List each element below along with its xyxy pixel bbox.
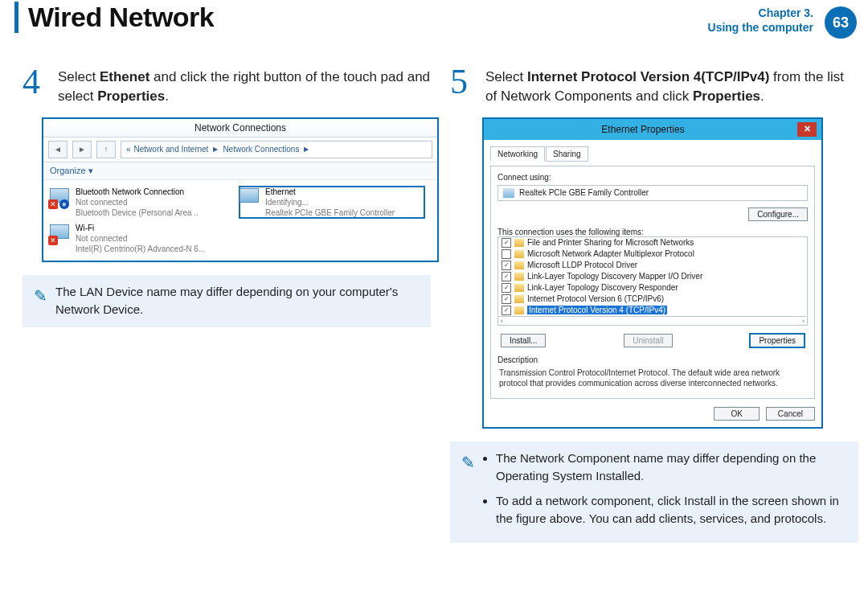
note-network-component: ✎ The Network Component name may differ … (450, 441, 858, 543)
note-icon: ✎ (34, 284, 47, 319)
step-text: Select Internet Protocol Version 4(TCP/I… (485, 68, 858, 106)
component-icon (514, 239, 524, 247)
note-icon: ✎ (461, 450, 475, 535)
checkbox[interactable] (502, 249, 511, 259)
component-list-item[interactable]: Microsoft Network Adapter Multiplexor Pr… (498, 248, 807, 260)
connection-item[interactable]: ✕∗Bluetooth Network ConnectionNot connec… (50, 187, 235, 218)
up-button[interactable]: ↑ (96, 141, 116, 158)
back-button[interactable]: ◄ (48, 141, 68, 158)
cancel-button[interactable]: Cancel (766, 407, 815, 421)
bluetooth-icon: ∗ (59, 199, 69, 209)
disconnected-icon: ✕ (48, 236, 58, 245)
close-button[interactable]: ✕ (797, 122, 817, 137)
component-icon (514, 273, 524, 281)
page-number-badge: 63 (825, 6, 857, 39)
component-list-item[interactable]: ✓Link-Layer Topology Discovery Responder (498, 282, 807, 294)
checkbox[interactable]: ✓ (502, 261, 511, 270)
component-icon (514, 306, 524, 314)
note-lan-device: ✎ The LAN Device name may differ dependi… (23, 275, 431, 327)
component-list-item[interactable]: ✓Internet Protocol Version 6 (TCP/IPv6) (498, 294, 807, 305)
chapter-label: Chapter 3. Using the computer (708, 6, 813, 35)
figure-network-connections: Network Connections ◄ ► ↑ « Network and … (42, 117, 439, 262)
properties-button[interactable]: Properties (750, 334, 805, 347)
step-number: 5 (450, 66, 477, 106)
ok-button[interactable]: OK (714, 407, 759, 421)
items-label: This connection uses the following items… (497, 228, 808, 236)
configure-button[interactable]: Configure... (748, 207, 808, 221)
component-list-item[interactable]: ✓Internet Protocol Version 4 (TCP/IPv4) (498, 305, 807, 316)
tab-sharing[interactable]: Sharing (546, 146, 588, 162)
component-icon (514, 295, 524, 303)
description-label: Description (497, 355, 808, 364)
organize-menu[interactable]: Organize ▾ (43, 162, 437, 180)
component-icon (514, 261, 524, 269)
network-icon (240, 187, 260, 207)
component-list-item[interactable]: ✓File and Printer Sharing for Microsoft … (498, 237, 807, 248)
window-title: Network Connections (43, 119, 437, 138)
component-list-item[interactable]: ✓Microsoft LLDP Protocol Driver (498, 260, 807, 271)
checkbox[interactable]: ✓ (502, 306, 511, 315)
step-4: 4 Select Ethenet and click the right but… (23, 68, 431, 106)
checkbox[interactable]: ✓ (502, 283, 511, 293)
component-icon (514, 284, 524, 292)
horizontal-scrollbar[interactable]: ‹› (498, 316, 807, 325)
component-icon (514, 250, 524, 258)
forward-button[interactable]: ► (72, 141, 92, 158)
component-list[interactable]: ✓File and Printer Sharing for Microsoft … (497, 236, 808, 326)
page-title: Wired Network (14, 2, 214, 33)
component-list-item[interactable]: ✓Link-Layer Topology Discovery Mapper I/… (498, 271, 807, 282)
tab-networking[interactable]: Networking (490, 146, 545, 162)
network-icon: ✕∗ (50, 187, 71, 207)
checkbox[interactable]: ✓ (502, 294, 511, 304)
checkbox[interactable]: ✓ (502, 238, 511, 248)
description-text: Transmission Control Protocol/Internet P… (499, 368, 806, 388)
figure-ethernet-properties: Ethernet Properties ✕ Networking Sharing… (482, 117, 823, 429)
adapter-icon (503, 188, 514, 198)
network-icon: ✕ (50, 223, 71, 244)
adapter-field: Realtek PCIe GBE Family Controller (497, 185, 808, 201)
connect-using-label: Connect using: (497, 173, 808, 182)
step-text: Select Ethenet and click the right butto… (58, 68, 431, 106)
address-bar[interactable]: « Network and Internet▶ Network Connecti… (121, 141, 432, 158)
checkbox[interactable]: ✓ (502, 272, 511, 281)
connection-item[interactable]: EthernetIdentifying...Realtek PCIe GBE F… (240, 187, 424, 218)
connection-item[interactable]: ✕Wi-FiNot connectedIntel(R) Centrino(R) … (50, 223, 235, 254)
disconnected-icon: ✕ (48, 199, 58, 209)
uninstall-button[interactable]: Uninstall (624, 334, 672, 347)
install-button[interactable]: Install... (501, 334, 546, 347)
step-number: 4 (23, 66, 50, 106)
step-5: 5 Select Internet Protocol Version 4(TCP… (450, 68, 858, 106)
dialog-title: Ethernet Properties (489, 124, 797, 135)
